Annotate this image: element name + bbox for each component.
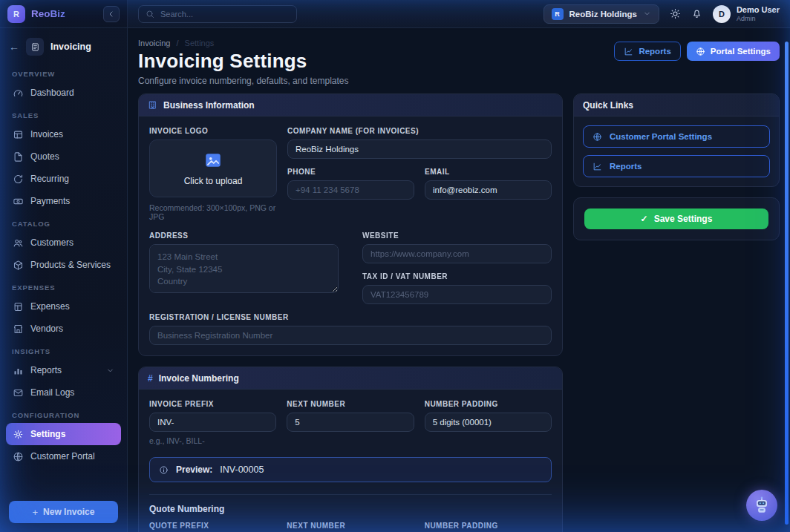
sidebar-item-email-logs[interactable]: Email Logs	[6, 381, 121, 404]
sidebar-item-expenses[interactable]: Expenses	[6, 295, 121, 318]
notifications-button[interactable]	[691, 8, 702, 19]
upload-text: Click to upload	[184, 176, 243, 186]
invoice-prefix-input[interactable]	[149, 413, 276, 432]
sidebar-item-settings[interactable]: Settings	[6, 423, 121, 445]
sidebar-item-recurring[interactable]: Recurring	[6, 168, 121, 190]
module-header: ← Invoicing	[0, 28, 127, 62]
module-label: Invoicing	[50, 42, 91, 52]
divider	[149, 494, 552, 495]
vertical-scrollbar[interactable]	[785, 42, 789, 525]
cube-icon	[13, 260, 24, 271]
search-icon	[146, 10, 154, 19]
chatbot-button[interactable]	[746, 490, 777, 521]
number-padding-select[interactable]: 5 digits (00001)	[425, 413, 552, 432]
sidebar-item-dashboard[interactable]: Dashboard	[6, 82, 121, 104]
sidebar-item-products-services[interactable]: Products & Services	[6, 254, 121, 276]
chevron-left-icon	[107, 10, 116, 19]
website-label: WEBSITE	[362, 231, 552, 240]
main-content: Invoicing / Settings Invoicing Settings …	[128, 28, 790, 532]
check-icon: ✓	[641, 214, 648, 224]
globe-icon	[13, 451, 24, 462]
nav-item-label: Expenses	[30, 301, 70, 312]
globe-icon	[696, 47, 705, 56]
user-name: Demo User	[737, 5, 780, 15]
image-icon	[203, 151, 223, 170]
nav-item-label: Dashboard	[30, 88, 74, 98]
quote-next-number-label: NEXT NUMBER	[287, 522, 414, 530]
invoice-number-preview: Preview: INV-00005	[149, 457, 552, 482]
topbar: R ReoBiz Holdings D Demo User Admin	[128, 0, 790, 28]
mail-icon	[13, 387, 24, 398]
table-icon	[13, 129, 24, 140]
next-number-input[interactable]	[287, 413, 414, 432]
breadcrumb: Invoicing / Settings	[138, 39, 349, 47]
invoice-prefix-label: INVOICE PREFIX	[149, 400, 276, 408]
plus-icon: +	[33, 507, 39, 518]
quick-link-reports[interactable]: Reports	[583, 155, 770, 177]
website-input[interactable]	[362, 244, 552, 263]
nav-item-label: Products & Services	[30, 260, 111, 270]
page-title: Invoicing Settings	[138, 50, 349, 73]
portal-settings-button[interactable]: Portal Settings	[687, 42, 780, 61]
user-menu[interactable]: D Demo User Admin	[713, 5, 780, 23]
user-avatar: D	[713, 5, 731, 23]
nav-item-label: Vendors	[30, 324, 63, 334]
search-input[interactable]	[160, 10, 290, 19]
sidebar-item-customer-portal[interactable]: Customer Portal	[6, 445, 121, 467]
tax-id-input[interactable]	[362, 285, 552, 304]
address-textarea[interactable]	[149, 244, 339, 293]
sidebar-item-quotes[interactable]: Quotes	[6, 145, 121, 168]
new-invoice-label: New Invoice	[43, 507, 94, 517]
sidebar-item-payments[interactable]: Payments	[6, 190, 121, 212]
quick-link-customer-portal-settings[interactable]: Customer Portal Settings	[583, 125, 770, 148]
company-name-input[interactable]	[287, 139, 552, 159]
save-settings-button[interactable]: ✓ Save Settings	[584, 208, 768, 229]
breadcrumb-current: Settings	[185, 39, 215, 47]
back-arrow-icon[interactable]: ←	[9, 42, 19, 52]
globe-icon	[592, 132, 602, 142]
breadcrumb-parent[interactable]: Invoicing	[138, 39, 170, 47]
phone-label: PHONE	[287, 168, 414, 176]
quote-number-padding-label: NUMBER PADDING	[425, 522, 552, 530]
registration-label: REGISTRATION / LICENSE NUMBER	[149, 313, 552, 321]
quick-link-label: Reports	[610, 162, 642, 171]
registration-input[interactable]	[149, 326, 552, 345]
quick-link-label: Customer Portal Settings	[610, 132, 712, 141]
org-avatar: R	[552, 8, 564, 20]
chevron-down-icon	[106, 367, 114, 375]
email-input[interactable]	[425, 180, 552, 200]
quote-prefix-label: QUOTE PREFIX	[149, 522, 276, 530]
hash-icon: #	[148, 373, 153, 384]
receipt-icon	[13, 301, 24, 312]
sidebar-nav: OVERVIEW Dashboard SALES Invoices Quotes…	[0, 62, 127, 467]
sidebar-item-vendors[interactable]: Vendors	[6, 318, 121, 340]
chevron-down-icon	[643, 10, 651, 18]
number-padding-label: NUMBER PADDING	[425, 400, 552, 408]
theme-toggle-button[interactable]	[670, 8, 681, 19]
sidebar-collapse-button[interactable]	[103, 6, 120, 22]
quick-links-card: Quick Links Customer Portal Settings Rep…	[573, 93, 780, 187]
nav-item-label: Settings	[30, 429, 65, 439]
nav-section-insights: INSIGHTS	[6, 340, 121, 359]
logo-upload-dropzone[interactable]: Click to upload	[149, 139, 277, 197]
sidebar-item-customers[interactable]: Customers	[6, 231, 121, 254]
storefront-icon	[13, 324, 24, 335]
reports-button[interactable]: Reports	[614, 42, 680, 61]
nav-item-label: Customers	[30, 237, 74, 248]
phone-input[interactable]	[287, 180, 414, 200]
sidebar-item-reports[interactable]: Reports	[6, 359, 121, 381]
robot-icon	[752, 496, 771, 515]
prefix-hint: e.g., INV-, BILL-	[149, 436, 276, 445]
line-chart-icon	[592, 162, 602, 171]
save-settings-card: ✓ Save Settings	[573, 197, 780, 240]
new-invoice-button[interactable]: + New Invoice	[9, 501, 118, 523]
nav-section-expenses: EXPENSES	[6, 276, 121, 295]
business-information-card: Business Information INVOICE LOGO Click …	[138, 93, 563, 356]
tax-id-label: TAX ID / VAT NUMBER	[362, 272, 552, 280]
sidebar-item-invoices[interactable]: Invoices	[6, 123, 121, 145]
quote-numbering-title: Quote Numbering	[149, 504, 552, 514]
banknote-icon	[13, 196, 24, 207]
card-title: Business Information	[163, 100, 255, 111]
global-search[interactable]	[138, 5, 297, 23]
org-selector[interactable]: R ReoBiz Holdings	[543, 4, 659, 24]
